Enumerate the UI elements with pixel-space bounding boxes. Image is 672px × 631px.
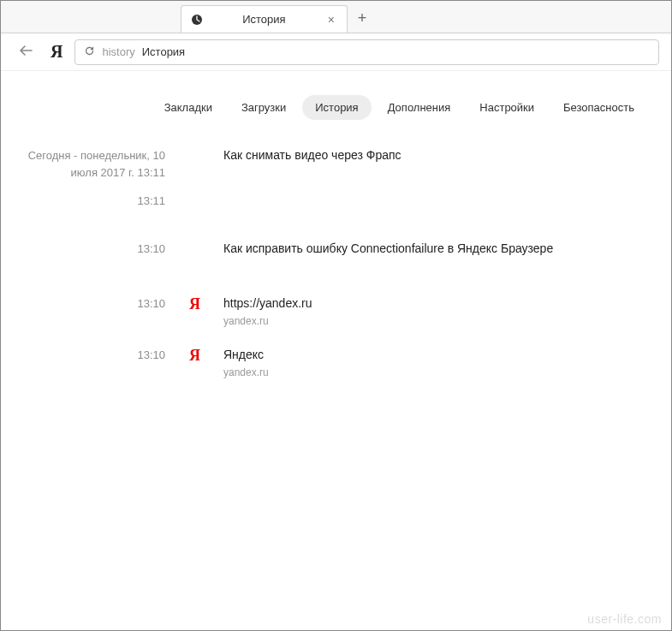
nav-history[interactable]: История xyxy=(302,95,371,120)
nav-addons[interactable]: Дополнения xyxy=(375,95,464,120)
browser-tab[interactable]: История × xyxy=(181,5,348,33)
history-time: 13:10 xyxy=(1,295,181,310)
date-header: Сегодня - понедельник, 10 июля 2017 г. 1… xyxy=(1,147,181,181)
nav-bookmarks[interactable]: Закладки xyxy=(152,95,225,120)
tab-title: История xyxy=(212,13,316,26)
close-icon[interactable]: × xyxy=(324,11,338,28)
yandex-icon: Я xyxy=(181,347,223,365)
history-entry-url: yandex.ru xyxy=(223,315,647,327)
yandex-icon: Я xyxy=(181,295,223,313)
back-button[interactable] xyxy=(13,39,39,64)
history-content: Сегодня - понедельник, 10 июля 2017 г. 1… xyxy=(1,120,671,381)
history-row[interactable]: 13:10 Я Яндекс yandex.ru xyxy=(1,342,647,381)
nav-security[interactable]: Безопасность xyxy=(550,95,647,120)
history-entry-title[interactable]: Как снимать видео через Фрапс xyxy=(223,147,647,164)
watermark: user-life.com xyxy=(587,612,662,626)
history-entry-title: https://yandex.ru xyxy=(223,295,647,313)
tab-bar: История × + xyxy=(1,1,671,33)
history-entry-title: Яндекс xyxy=(223,347,647,364)
history-time: 13:10 xyxy=(1,241,181,255)
address-prefix: history xyxy=(102,45,134,58)
new-tab-button[interactable]: + xyxy=(348,5,377,33)
history-entry-title: Как исправить ошибку Connectionfailure в… xyxy=(223,241,647,258)
history-entry-url: yandex.ru xyxy=(223,366,647,378)
history-time: 13:11 xyxy=(1,193,181,207)
reload-icon[interactable] xyxy=(84,45,95,59)
date-line-2: июля 2017 г. 13:11 xyxy=(1,164,165,182)
history-row[interactable]: 13:11 Я xyxy=(1,188,647,227)
nav-downloads[interactable]: Загрузки xyxy=(229,95,299,120)
toolbar: Я history История xyxy=(1,33,671,71)
history-row[interactable]: 13:10 Я https://yandex.ru yandex.ru xyxy=(1,290,647,330)
address-bar[interactable]: history История xyxy=(74,39,659,65)
nav-settings[interactable]: Настройки xyxy=(467,95,547,120)
address-title: История xyxy=(142,45,185,58)
history-time: 13:10 xyxy=(1,347,181,361)
clock-icon xyxy=(190,13,204,27)
settings-nav: Закладки Загрузки История Дополнения Нас… xyxy=(1,71,671,120)
date-line-1: Сегодня - понедельник, 10 xyxy=(1,147,165,164)
history-row[interactable]: 13:10 Я Как исправить ошибку Connectionf… xyxy=(1,235,647,275)
yandex-logo-icon[interactable]: Я xyxy=(51,42,62,62)
